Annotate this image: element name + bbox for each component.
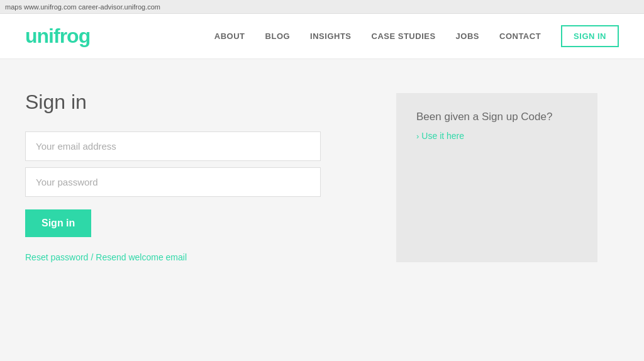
main-content: Sign in Sign in Reset password/Resend we… bbox=[0, 59, 644, 361]
logo[interactable]: unifrog bbox=[25, 25, 90, 48]
signup-code-title: Been given a Sign up Code? bbox=[416, 111, 577, 123]
resend-welcome-email-link[interactable]: Resend welcome email bbox=[96, 252, 187, 262]
nav-item-jobs[interactable]: JOBS bbox=[456, 31, 479, 41]
signup-code-box: Been given a Sign up Code? › Use it here bbox=[396, 93, 597, 262]
nav-signin-button[interactable]: SIGN IN bbox=[561, 25, 619, 47]
password-input[interactable] bbox=[25, 167, 321, 197]
form-section: Sign in Sign in Reset password/Resend we… bbox=[25, 91, 358, 262]
reset-password-link[interactable]: Reset password bbox=[25, 252, 88, 262]
signin-button[interactable]: Sign in bbox=[25, 209, 91, 237]
nav-item-about[interactable]: ABOUT bbox=[214, 31, 245, 41]
content-wrapper: Sign in Sign in Reset password/Resend we… bbox=[25, 91, 619, 262]
reset-links: Reset password/Resend welcome email bbox=[25, 252, 358, 262]
nav-item-blog[interactable]: BLOG bbox=[265, 31, 291, 41]
nav-item-contact[interactable]: CONTACT bbox=[499, 31, 541, 41]
browser-bar: maps www.unifrog.com career-advisor.unif… bbox=[0, 0, 644, 14]
main-nav: ABOUT BLOG INSIGHTS CASE STUDIES JOBS CO… bbox=[214, 25, 619, 47]
page-title: Sign in bbox=[25, 91, 358, 114]
nav-item-case-studies[interactable]: CASE STUDIES bbox=[372, 31, 436, 41]
signup-code-link-text: Use it here bbox=[421, 131, 464, 141]
header: unifrog ABOUT BLOG INSIGHTS CASE STUDIES… bbox=[0, 14, 644, 59]
email-input[interactable] bbox=[25, 131, 321, 161]
chevron-icon: › bbox=[416, 131, 419, 141]
link-separator: / bbox=[91, 252, 93, 262]
nav-item-insights[interactable]: INSIGHTS bbox=[310, 31, 351, 41]
signup-code-link[interactable]: › Use it here bbox=[416, 131, 577, 141]
